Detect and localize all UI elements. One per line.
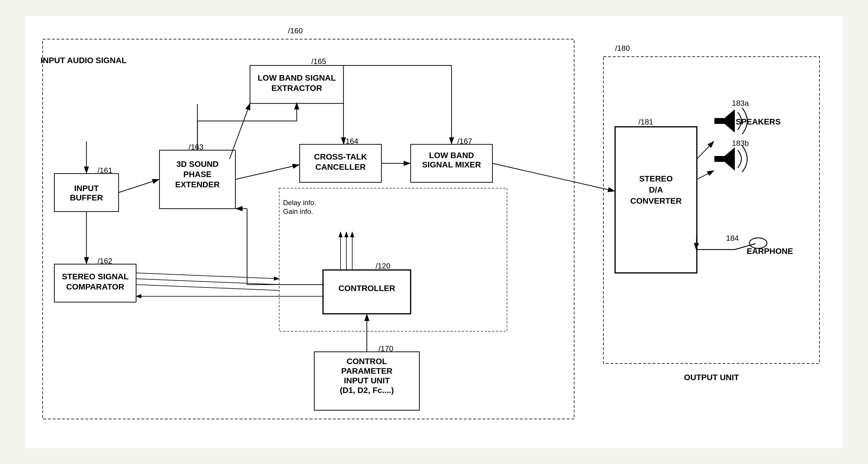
spe-label3: EXTENDER	[175, 180, 220, 189]
lbse-label2: EXTRACTOR	[271, 84, 322, 93]
ssc-to-ctrl-line2	[136, 279, 279, 285]
sda-label2: D/A	[649, 185, 663, 194]
input-audio-signal-label: INPUT AUDIO SIGNAL	[40, 56, 127, 65]
spe-to-lbse-direct-arrow	[229, 104, 250, 159]
ref-162: /162	[97, 257, 113, 265]
ref-120: /120	[376, 262, 391, 270]
cpiu-label4: (D1, D2, Fc....)	[340, 386, 394, 395]
lbsm-label1: LOW BAND	[429, 151, 474, 160]
ssc-to-ctrl-line1	[136, 273, 279, 279]
diagram-container: /160 INPUT AUDIO SIGNAL /180 OUTPUT UNIT…	[25, 16, 843, 448]
lbse-label1: LOW BAND SIGNAL	[257, 73, 336, 82]
output-unit-label: OUTPUT UNIT	[684, 373, 739, 382]
ctc-label2: CANCELLER	[315, 163, 366, 172]
speaker-183b-icon	[714, 147, 735, 171]
cpiu-label1: CONTROL	[347, 357, 387, 366]
cpiu-label2: PARAMETER	[341, 367, 392, 375]
ref-160: /160	[288, 26, 303, 35]
ref-164: /164	[343, 137, 359, 146]
earphone-label: EARPHONE	[747, 246, 793, 256]
speaker-183a-icon	[714, 109, 735, 133]
sda-label1: STEREO	[639, 174, 673, 183]
ref-163: /163	[189, 143, 204, 151]
sda-to-speaker-a-arrow	[697, 141, 714, 159]
ssc-label1: STEREO SIGNAL	[62, 272, 129, 281]
delay-info-label: Delay info.	[283, 199, 316, 207]
sound-phase-extender-block	[159, 150, 236, 209]
ref-184: 184	[726, 234, 739, 242]
spe-label2: PHASE	[183, 170, 212, 179]
ssc-label2: COMPARATOR	[66, 282, 124, 291]
speakers-label: SPEAKERS	[736, 117, 781, 126]
input-buffer-label: INPUT	[74, 184, 99, 193]
input-buffer-label2: BUFFER	[70, 193, 103, 202]
speaker-183b-arc1	[738, 150, 742, 168]
sda-to-speaker-b-arrow	[697, 171, 714, 179]
ref-161: /161	[97, 166, 113, 175]
sda-label3: CONVERTER	[630, 196, 682, 205]
spe-to-ctc-arrow	[236, 165, 299, 179]
lbsm-to-sda-arrow	[492, 163, 615, 191]
spe-label1: 3D SOUND	[177, 160, 219, 169]
ctc-label1: CROSS-TALK	[314, 152, 367, 161]
ref-183a: 183a	[732, 99, 749, 108]
ssc-to-ctrl-line3	[136, 285, 279, 290]
controller-label: CONTROLLER	[339, 284, 395, 293]
ref-170: /170	[378, 344, 394, 353]
ref-181: /181	[639, 117, 653, 126]
gain-info-label: Gain info.	[283, 207, 313, 215]
lbsm-label2: SIGNAL MIXER	[422, 160, 481, 169]
buffer-to-spe-arrow	[119, 179, 159, 193]
ref-165: /165	[311, 57, 326, 66]
speaker-183b-arc2	[742, 146, 747, 172]
ref-167: /167	[457, 137, 472, 146]
ref-180: /180	[615, 44, 630, 53]
cpiu-label3: INPUT UNIT	[344, 376, 390, 385]
ref-183b: 183b	[732, 139, 749, 148]
